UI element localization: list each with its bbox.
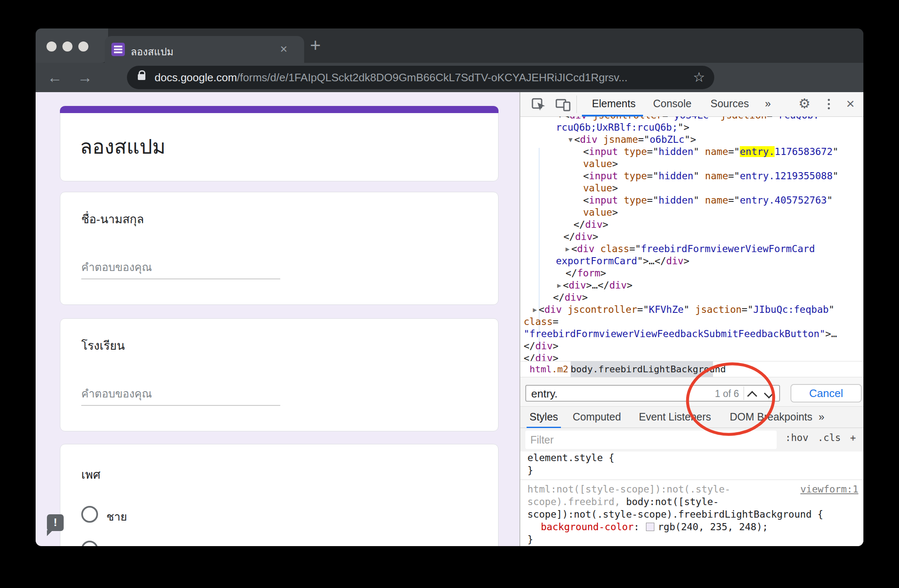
- code-line[interactable]: rcuQ6b;UxRBlf:rcuQ6b;">: [520, 121, 863, 134]
- source-link[interactable]: viewform:1: [801, 483, 858, 495]
- cancel-button[interactable]: Cancel: [790, 384, 862, 402]
- devtools-close-icon[interactable]: ×: [846, 95, 855, 112]
- more-tabs-icon[interactable]: »: [765, 98, 771, 110]
- tab-sources[interactable]: Sources: [710, 98, 749, 110]
- code-line[interactable]: value>: [520, 182, 863, 194]
- form-page: ลองสแปม ชื่อ-นามสกุล คำตอบของคุณ โรงเรีย…: [36, 92, 519, 546]
- devtools-menu-icon[interactable]: [828, 99, 830, 101]
- code-line[interactable]: <input type="hidden" name="entry.1219355…: [520, 170, 863, 182]
- question-label: เพศ: [81, 465, 101, 484]
- tab-dom-breakpoints[interactable]: DOM Breakpoints: [730, 411, 812, 423]
- color-swatch: [646, 523, 654, 531]
- code-line[interactable]: value>: [520, 206, 863, 219]
- forward-icon[interactable]: →: [78, 69, 93, 86]
- code-line[interactable]: exportFormCard">…</div>: [520, 255, 863, 267]
- back-icon[interactable]: ←: [47, 69, 62, 86]
- devtools-menu-icon-dot[interactable]: [828, 107, 830, 109]
- find-divider: [744, 387, 744, 400]
- code-line[interactable]: ▶<div jscontroller="KFVhZe" jsaction="JI…: [520, 304, 863, 316]
- styles-filter-input[interactable]: Filter: [525, 431, 777, 449]
- style-line[interactable]: background-color: rgb(240, 235, 248);: [520, 521, 863, 533]
- google-forms-favicon-icon: [111, 43, 125, 56]
- dom-tree[interactable]: ▼<div jscontroller="yoS4Lc" jsaction="rc…: [520, 116, 863, 361]
- styles-pane[interactable]: element.style {}html:not([style-scope]):…: [520, 451, 863, 546]
- device-toolbar-icon[interactable]: [555, 97, 571, 112]
- hov-toggle[interactable]: :hov: [785, 432, 808, 443]
- devtools-settings-icon[interactable]: ⚙: [798, 95, 811, 111]
- feedback-bubble-icon[interactable]: !: [47, 514, 64, 531]
- code-line[interactable]: ▼<div jsname="o6bZLc">: [520, 134, 863, 146]
- code-line[interactable]: "freebirdFormviewerViewFeedbackSubmitFee…: [520, 328, 863, 340]
- code-line[interactable]: class=: [520, 316, 863, 328]
- maximize-window-button[interactable]: [78, 41, 88, 52]
- breadcrumb-body-selected[interactable]: body.freebirdLightBackground: [571, 361, 713, 377]
- cls-toggle[interactable]: .cls: [818, 432, 841, 443]
- tab-styles[interactable]: Styles: [530, 411, 558, 423]
- devtools-find-bar: entry. 1 of 6 Cancel: [520, 377, 863, 407]
- url-text[interactable]: docs.google.com/forms/d/e/1FAIpQLSckt2dk…: [155, 71, 682, 84]
- code-line[interactable]: </div>: [520, 352, 863, 361]
- code-line[interactable]: </form>: [520, 267, 863, 279]
- option-label: หญิง: [106, 542, 129, 546]
- style-line[interactable]: scope]):not(.style-scope).freebirdLightB…: [520, 508, 863, 521]
- code-line[interactable]: value>: [520, 158, 863, 170]
- radio-icon[interactable]: [81, 506, 98, 523]
- tab-computed[interactable]: Computed: [573, 411, 621, 423]
- code-line[interactable]: </div>: [520, 291, 863, 304]
- devtools-toolbar: Elements Console Sources » ⚙ ×: [520, 92, 863, 117]
- next-match-icon[interactable]: [764, 388, 774, 398]
- find-query: entry.: [531, 387, 558, 400]
- new-rule-button[interactable]: +: [850, 432, 856, 443]
- minimize-window-button[interactable]: [62, 41, 72, 52]
- question-card-name: ชื่อ-นามสกุล คำตอบของคุณ: [60, 192, 499, 305]
- option-label: ชาย: [106, 508, 127, 526]
- sidebar-panel-tabs: Styles Computed Event Listeners DOM Brea…: [520, 406, 863, 428]
- code-line[interactable]: ▶<div class="freebirdFormviewerViewFormC…: [520, 243, 863, 255]
- tab-close-icon[interactable]: ×: [280, 42, 287, 56]
- style-line[interactable]: }: [520, 533, 863, 546]
- browser-tab[interactable]: ลองสแปม ×: [105, 36, 304, 63]
- code-line[interactable]: <input type="hidden" name="entry.1176583…: [520, 146, 863, 158]
- inspect-element-icon[interactable]: [531, 97, 547, 112]
- question-card-school: โรงเรียน คำตอบของคุณ: [60, 318, 499, 431]
- code-line[interactable]: <input type="hidden" name="entry.4057527…: [520, 194, 863, 206]
- style-line[interactable]: scope).freebird, body:not([style-: [520, 495, 863, 508]
- devtools-panel: Elements Console Sources » ⚙ × ▼<div jsc…: [519, 92, 863, 546]
- match-count: 1 of 6: [715, 388, 739, 400]
- code-line[interactable]: ▼<div jscontroller="yoS4Lc" jsaction="rc…: [520, 116, 863, 121]
- tab-bar: ลองสแปม × +: [36, 28, 863, 63]
- more-panels-icon[interactable]: »: [819, 411, 824, 423]
- radio-icon[interactable]: [81, 541, 98, 546]
- devtools-menu-icon-dot[interactable]: [828, 103, 830, 105]
- close-window-button[interactable]: [46, 41, 57, 52]
- style-line[interactable]: html:not([style-scope]):not(.style-viewf…: [520, 483, 863, 495]
- code-line[interactable]: ▶<div>…</div>: [520, 279, 863, 291]
- question-card-gender: เพศ ชายหญิง: [60, 444, 499, 546]
- style-line[interactable]: element.style {: [520, 451, 863, 464]
- bookmark-star-icon[interactable]: ☆: [693, 69, 705, 85]
- form-accent-bar: [60, 106, 499, 113]
- code-line[interactable]: </div>: [520, 340, 863, 352]
- lock-icon[interactable]: [138, 74, 145, 80]
- browser-window: ลองสแปม × + ← → Incognito docs.google.co…: [36, 28, 863, 546]
- form-title-card: ลองสแปม: [60, 106, 499, 181]
- filter-placeholder: Filter: [530, 434, 554, 446]
- style-toggles: :hov.cls+: [776, 432, 856, 443]
- previous-match-icon[interactable]: [747, 391, 757, 401]
- address-bar[interactable]: docs.google.com/forms/d/e/1FAIpQLSckt2dk…: [127, 66, 714, 89]
- input-underline: [81, 405, 280, 406]
- tab-console[interactable]: Console: [653, 98, 692, 110]
- tab-event-listeners[interactable]: Event Listeners: [639, 411, 711, 423]
- breadcrumb: html.m2 body.freebirdLightBackground: [520, 361, 863, 377]
- style-line[interactable]: }: [520, 464, 863, 477]
- answer-input[interactable]: คำตอบของคุณ: [81, 385, 152, 402]
- breadcrumb-html[interactable]: html.m2: [530, 361, 568, 377]
- answer-input[interactable]: คำตอบของคุณ: [81, 258, 152, 276]
- code-line[interactable]: </div>: [520, 219, 863, 231]
- find-input[interactable]: entry. 1 of 6: [525, 385, 780, 402]
- question-label: ชื่อ-นามสกุล: [81, 210, 144, 228]
- exclamation-glyph: !: [47, 516, 64, 529]
- tab-elements[interactable]: Elements: [592, 98, 636, 110]
- new-tab-button[interactable]: +: [310, 36, 321, 54]
- code-line[interactable]: </div>: [520, 231, 863, 243]
